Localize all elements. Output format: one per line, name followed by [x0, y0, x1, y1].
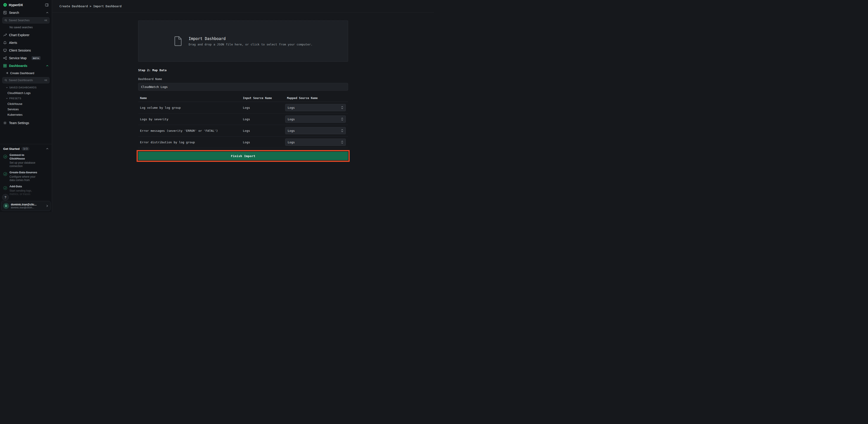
- mapped-source-select[interactable]: Logs: [285, 116, 346, 123]
- preset-item-kubernetes[interactable]: Kubernetes: [0, 112, 52, 117]
- user-menu[interactable]: D dominic.tran@clic... dominic.tran@clic…: [1, 201, 51, 211]
- service-map-icon: [3, 56, 7, 60]
- chevron-down-icon: [6, 97, 8, 99]
- group-label: PRESETS: [9, 97, 21, 100]
- saved-dashboards-placeholder: Saved Dashboards: [9, 79, 43, 82]
- preset-item-label: Services: [7, 107, 19, 111]
- input-source-value: Logs: [241, 118, 285, 121]
- search-icon: [4, 19, 7, 22]
- get-started-title: Get Started: [3, 147, 20, 151]
- selected-option: Logs: [288, 106, 295, 109]
- preset-item-label: Kubernetes: [7, 113, 23, 117]
- get-started-panel: Get Started 3/3 Connect to ClickHouse Se…: [0, 144, 52, 201]
- main-content: Import Dashboard Drag and drop a JSON fi…: [52, 13, 434, 212]
- sidebar-item-label: Alerts: [9, 41, 17, 44]
- mapped-source-select[interactable]: Logs: [285, 138, 346, 146]
- table-header-row: Name Input Source Name Mapped Source Nam…: [138, 94, 348, 102]
- saved-searches-placeholder: Saved Searches: [9, 19, 43, 22]
- chevron-up-icon: [46, 65, 49, 67]
- table-row: Log volume by log group Logs Logs: [138, 102, 348, 113]
- mapped-source-select[interactable]: Logs: [285, 104, 346, 111]
- select-updown-icon: [341, 117, 343, 121]
- chevron-down-icon: [6, 87, 8, 88]
- preset-item-label: ClickHouse: [7, 102, 22, 105]
- group-label: SAVED DASHBOARDS: [9, 86, 37, 89]
- saved-dashboards-group-header[interactable]: SAVED DASHBOARDS: [0, 85, 52, 90]
- chevron-up-icon[interactable]: [46, 148, 49, 150]
- create-dashboard-label: Create Dashboard: [10, 71, 34, 75]
- mapped-source-select[interactable]: Logs: [285, 127, 346, 134]
- dropzone-title: Import Dashboard: [189, 36, 313, 41]
- task-description: Configure where your data comes from: [9, 175, 38, 182]
- shortcut-badge: ⌘K: [44, 19, 47, 22]
- input-source-value: Logs: [241, 129, 285, 132]
- chart-name: Error distribution by log group: [138, 140, 241, 144]
- sidebar-item-client-sessions[interactable]: Client Sessions: [0, 46, 52, 54]
- column-header-input-source: Input Source Name: [241, 96, 285, 100]
- table-row: Error messages (severity 'ERROR' or 'FAT…: [138, 125, 348, 136]
- help-button[interactable]: ?: [2, 194, 9, 201]
- sidebar-collapse-icon[interactable]: [45, 3, 49, 7]
- user-email: dominic.tran@clickh...: [11, 206, 44, 209]
- sidebar-item-service-map[interactable]: Service Map BETA: [0, 54, 52, 62]
- import-dropzone[interactable]: Import Dashboard Drag and drop a JSON fi…: [138, 21, 348, 62]
- breadcrumb-import-dashboard[interactable]: Import Dashboard: [93, 4, 121, 8]
- monitor-icon: [3, 48, 7, 52]
- dashboards-grid-icon: [3, 64, 7, 68]
- sidebar-item-team-settings[interactable]: Team Settings: [0, 119, 52, 127]
- select-updown-icon: [341, 140, 343, 144]
- selected-option: Logs: [288, 140, 295, 144]
- bell-icon: [3, 41, 7, 44]
- dashboard-item-cloudwatch-logs[interactable]: CloudWatch Logs: [0, 90, 52, 96]
- breadcrumb-create-dashboard[interactable]: Create Dashboard: [60, 4, 88, 8]
- dashboard-name-input[interactable]: [138, 83, 348, 91]
- topbar: Create Dashboard > Import Dashboard: [52, 0, 434, 13]
- get-started-item-add-data[interactable]: Add Data Start sending logs, metrics, or…: [3, 185, 49, 196]
- finish-import-button[interactable]: Finish Import: [138, 152, 348, 160]
- sidebar-item-alerts[interactable]: Alerts: [0, 39, 52, 46]
- mapping-table: Name Input Source Name Mapped Source Nam…: [138, 94, 348, 148]
- task-description: Set up your database connection: [9, 161, 38, 168]
- shortcut-badge: ⌘K: [44, 79, 47, 82]
- logo-row: HyperDX: [0, 0, 52, 9]
- search-panel-icon: [3, 11, 7, 14]
- task-title: Connect to ClickHouse: [9, 154, 38, 160]
- chart-name: Log volume by log group: [138, 106, 241, 109]
- sidebar-item-label: Team Settings: [9, 121, 29, 125]
- chart-icon: [3, 33, 7, 37]
- sidebar: HyperDX Search Saved Searches ⌘K No save…: [0, 0, 52, 212]
- preset-item-services[interactable]: Services: [0, 106, 52, 112]
- task-title: Create Data Sources: [9, 171, 38, 174]
- avatar: D: [3, 203, 9, 209]
- task-title: Add Data: [9, 185, 38, 189]
- sidebar-item-label: Client Sessions: [9, 48, 31, 52]
- step-label: Step 2: Map Data: [138, 68, 348, 72]
- selected-option: Logs: [288, 129, 295, 132]
- column-header-mapped-source: Mapped Source Name: [285, 96, 348, 100]
- table-row: Error distribution by log group Logs Log…: [138, 136, 348, 148]
- sidebar-item-dashboards[interactable]: Dashboards: [0, 62, 52, 70]
- dropzone-subtitle: Drag and drop a JSON file here, or click…: [189, 43, 313, 46]
- table-row: Logs by severity Logs Logs: [138, 113, 348, 125]
- file-icon: [174, 36, 182, 46]
- sidebar-item-chart-explorer[interactable]: Chart Explorer: [0, 31, 52, 39]
- saved-searches-input[interactable]: Saved Searches ⌘K: [2, 17, 50, 24]
- task-description: Start sending logs, metrics, or traces: [9, 189, 38, 196]
- select-updown-icon: [341, 106, 343, 109]
- check-circle-icon: [3, 171, 7, 182]
- search-icon: [4, 79, 7, 81]
- create-dashboard-button[interactable]: Create Dashboard: [0, 70, 52, 76]
- get-started-item-sources[interactable]: Create Data Sources Configure where your…: [3, 171, 49, 182]
- breadcrumb-separator: >: [90, 4, 91, 8]
- presets-group-header[interactable]: PRESETS: [0, 96, 52, 101]
- get-started-item-connect[interactable]: Connect to ClickHouse Set up your databa…: [3, 154, 49, 168]
- get-started-progress-badge: 3/3: [22, 147, 29, 151]
- sidebar-item-label: Chart Explorer: [9, 33, 29, 37]
- sidebar-item-label: Service Map: [9, 56, 27, 60]
- sidebar-item-label: Dashboards: [9, 64, 27, 68]
- saved-dashboards-input[interactable]: Saved Dashboards ⌘K: [2, 77, 50, 84]
- user-name: dominic.tran@clic...: [11, 203, 44, 206]
- preset-item-clickhouse[interactable]: ClickHouse: [0, 101, 52, 106]
- sidebar-item-search[interactable]: Search: [0, 9, 52, 17]
- chevron-right-icon: [46, 204, 48, 207]
